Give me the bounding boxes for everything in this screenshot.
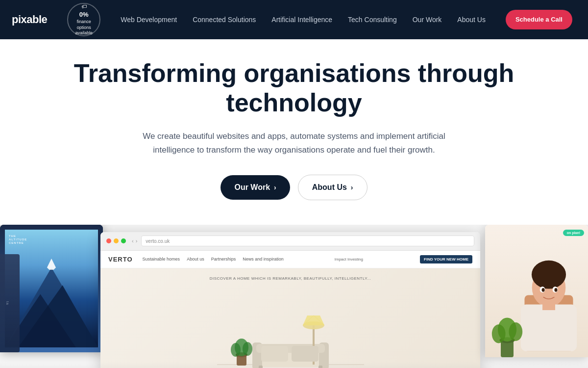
svg-marker-16 xyxy=(303,315,324,325)
status-pill-badge: on plan! xyxy=(563,230,584,236)
browser-showcase: THE ALTITUDE CENTRE ta ‹ › xyxy=(0,225,588,368)
nav-item-consulting[interactable]: Tech Consulting xyxy=(348,15,397,24)
verto-couch-illustration xyxy=(173,301,408,368)
nav-item-about-us[interactable]: About Us xyxy=(457,15,486,24)
altitude-centre-label: THE ALTITUDE CENTRE xyxy=(9,235,27,245)
nav-item-our-work[interactable]: Our Work xyxy=(413,15,442,24)
svg-rect-9 xyxy=(259,366,263,368)
svg-rect-10 xyxy=(318,366,322,368)
our-work-button[interactable]: Our Work › xyxy=(220,175,290,200)
svg-point-32 xyxy=(554,288,557,292)
forward-arrow-icon: › xyxy=(136,238,138,244)
hero-buttons: Our Work › About Us › xyxy=(220,175,367,200)
hero-headline: Transforming organisations through techn… xyxy=(74,59,514,118)
svg-rect-27 xyxy=(521,304,577,351)
logo[interactable]: pixable xyxy=(12,13,47,26)
nav-item-web-dev[interactable]: Web Development xyxy=(121,15,177,24)
nav-links: Web Development Connected Solutions Arti… xyxy=(121,15,486,24)
verto-nav-links: Sustainable homes About us Partnerships … xyxy=(143,257,284,262)
browser-main-mockup: ‹ › verto.co.uk VERTO Sustainable homes … xyxy=(100,232,480,368)
hero-subtext: We create beautiful websites and apps, a… xyxy=(142,130,446,157)
svg-point-23 xyxy=(243,342,252,356)
about-us-button[interactable]: About Us › xyxy=(298,175,368,200)
chevron-right-icon: › xyxy=(351,184,353,191)
right-plant-icon xyxy=(490,293,524,357)
svg-rect-17 xyxy=(261,346,288,362)
verto-discover-text: DISCOVER A HOME WHICH IS REMARKABLY, BEA… xyxy=(210,276,371,282)
tablet-left-edge: ta xyxy=(0,254,20,352)
svg-marker-3 xyxy=(47,259,56,270)
schedule-call-button[interactable]: Schedule a Call xyxy=(506,10,572,30)
verto-navbar: VERTO Sustainable homes About us Partner… xyxy=(100,251,480,268)
verto-hero-area: DISCOVER A HOME WHICH IS REMARKABLY, BEA… xyxy=(100,268,480,368)
url-bar[interactable]: verto.co.uk xyxy=(141,236,474,246)
maximize-window-dot xyxy=(121,238,126,243)
minimize-window-dot xyxy=(114,238,119,243)
back-arrow-icon: ‹ xyxy=(132,238,134,244)
chevron-right-icon: › xyxy=(274,184,276,191)
svg-rect-18 xyxy=(292,346,318,362)
browser-toolbar: ‹ › verto.co.uk xyxy=(100,232,480,251)
svg-point-31 xyxy=(542,288,545,292)
navbar: pixable 🏷 0% finance options available W… xyxy=(0,0,588,39)
svg-point-37 xyxy=(509,322,522,341)
verto-website: VERTO Sustainable homes About us Partner… xyxy=(100,251,480,368)
nav-arrows: ‹ › xyxy=(132,238,137,244)
browser-right-content: on plan! xyxy=(485,225,588,357)
svg-rect-28 xyxy=(542,302,555,310)
svg-point-36 xyxy=(492,324,506,343)
svg-point-22 xyxy=(231,343,241,357)
svg-point-26 xyxy=(532,260,566,289)
nav-item-ai[interactable]: Artificial Intelligence xyxy=(271,15,332,24)
browser-right-mockup: on plan! xyxy=(485,225,588,357)
finance-badge: 🏷 0% finance options available xyxy=(67,3,100,36)
nav-item-connected[interactable]: Connected Solutions xyxy=(193,15,256,24)
browser-window-controls xyxy=(106,238,126,243)
close-window-dot xyxy=(106,238,111,243)
